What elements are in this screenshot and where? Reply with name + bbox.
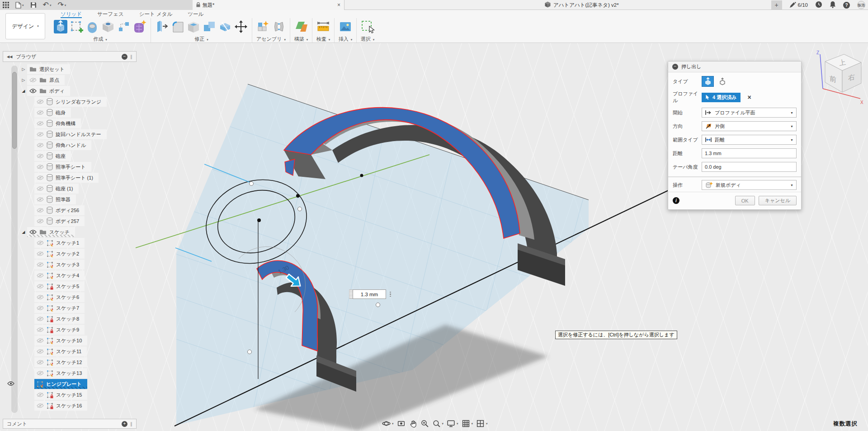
ribbon-tab-3[interactable]: ツール xyxy=(188,11,203,18)
create-form-button[interactable] xyxy=(132,19,147,34)
browser-item-folder[interactable]: ◢スケッチ xyxy=(3,227,137,237)
collapse-arrow-icon[interactable]: ◢ xyxy=(20,89,27,93)
browser-item-pill[interactable]: 仰角機構 xyxy=(34,118,81,128)
redo-button[interactable]: ↷▾ xyxy=(57,1,66,9)
visibility-eye-icon[interactable] xyxy=(37,186,44,191)
visibility-eye-icon[interactable] xyxy=(37,143,44,147)
browser-item-pill[interactable]: シリンダ右フランジ xyxy=(34,97,107,107)
shell-button[interactable] xyxy=(186,19,201,34)
visibility-eye-icon[interactable] xyxy=(37,251,44,256)
grid-snap-button[interactable]: ▾ xyxy=(462,419,473,428)
browser-item-sketch[interactable]: スケッチ12 xyxy=(3,357,137,368)
visibility-eye-icon[interactable] xyxy=(37,262,44,267)
browser-item-folder[interactable]: ◢ボディ xyxy=(3,85,137,96)
new-document-button[interactable]: + xyxy=(771,0,782,9)
browser-item-body[interactable]: 旋回ハンドルステー xyxy=(3,129,137,140)
browser-item-sketch[interactable]: スケッチ5 xyxy=(3,281,137,292)
visibility-eye-icon[interactable] xyxy=(29,89,37,93)
type-thin-extrude-button[interactable] xyxy=(716,76,728,87)
expand-arrow-icon[interactable]: ▷ xyxy=(20,67,27,71)
expand-arrow-icon[interactable]: ▷ xyxy=(20,78,27,82)
browser-item-pill[interactable]: スケッチ7 xyxy=(34,303,85,313)
visibility-eye-icon[interactable] xyxy=(37,393,44,397)
browser-item-pill[interactable]: 仰角ハンドル xyxy=(34,140,91,150)
clear-selection-icon[interactable]: × xyxy=(747,94,751,101)
browser-item-body[interactable]: シリンダ右フランジ xyxy=(3,96,137,107)
zoom-button[interactable] xyxy=(420,419,429,428)
info-icon[interactable]: i xyxy=(673,197,679,204)
start-dropdown[interactable]: プロファイル平面 ▼ xyxy=(702,108,797,118)
extrude-button[interactable] xyxy=(53,19,68,34)
browser-item-pill[interactable]: スケッチ15 xyxy=(34,390,87,400)
browser-item-pill[interactable]: スケッチ11 xyxy=(34,346,87,356)
browser-item-pill[interactable]: スケッチ12 xyxy=(34,357,87,367)
move-copy-button[interactable] xyxy=(234,19,248,34)
visibility-eye-icon[interactable] xyxy=(37,197,44,202)
browser-item-body[interactable]: 砲座 (1) xyxy=(3,183,137,194)
ribbon-tab-2[interactable]: シート メタル xyxy=(139,11,173,18)
joint-button[interactable] xyxy=(272,19,286,34)
browser-item-sketch[interactable]: スケッチ1 xyxy=(3,237,137,248)
app-grid-icon[interactable] xyxy=(3,2,9,8)
visibility-eye-icon[interactable] xyxy=(37,360,44,365)
visibility-eye-icon[interactable] xyxy=(37,338,44,343)
dimension-spinner[interactable] xyxy=(349,289,353,299)
browser-item-body[interactable]: 仰角ハンドル xyxy=(3,140,137,151)
visibility-eye-icon[interactable] xyxy=(37,403,44,408)
browser-item-pill[interactable]: スケッチ1 xyxy=(34,238,85,248)
profile-selection-chip[interactable]: 4 選択済み xyxy=(702,93,741,102)
pattern-button[interactable] xyxy=(117,19,131,34)
browser-item-pill[interactable]: スケッチ2 xyxy=(34,249,85,259)
collapse-dialog-icon[interactable]: − xyxy=(672,64,678,70)
browser-item-pill[interactable]: スケッチ xyxy=(27,227,75,237)
browser-item-pill[interactable]: 砲身 xyxy=(34,108,71,118)
visibility-eye-icon[interactable] xyxy=(37,371,44,375)
visibility-eye-icon[interactable] xyxy=(37,99,44,104)
browser-item-sketch[interactable]: スケッチ6 xyxy=(3,292,137,303)
save-button[interactable] xyxy=(30,2,37,8)
group-label-insert[interactable]: 挿入 ▾ xyxy=(339,36,353,43)
browser-item-sketch[interactable]: スケッチ2 xyxy=(3,248,137,259)
measure-button[interactable] xyxy=(316,19,330,34)
browser-item-body[interactable]: 照準手シート xyxy=(3,161,137,172)
browser-item-pill[interactable]: 照準手シート (1) xyxy=(34,173,99,183)
hole-button[interactable] xyxy=(101,19,115,34)
browser-item-pill[interactable]: 砲座 (1) xyxy=(34,184,79,194)
dialog-header[interactable]: − 押し出し xyxy=(668,62,801,72)
browser-item-pill[interactable]: 旋回ハンドルステー xyxy=(34,129,107,139)
browser-item-pill[interactable]: スケッチ6 xyxy=(34,292,85,302)
undo-button[interactable]: ↶▾ xyxy=(43,1,52,9)
group-label-select[interactable]: 選択 ▾ xyxy=(361,36,375,43)
visibility-eye-icon[interactable] xyxy=(37,110,44,115)
browser-item-sketch[interactable]: スケッチ11 xyxy=(3,346,137,357)
distance-input[interactable]: 1.3 mm xyxy=(702,148,797,158)
browser-item-pill[interactable]: スケッチ4 xyxy=(34,270,85,280)
browser-item-body[interactable]: ボディ257 xyxy=(3,216,137,227)
type-solid-extrude-button[interactable] xyxy=(702,76,714,87)
browser-item-pill[interactable]: 照準器 xyxy=(34,194,76,204)
display-settings-button[interactable]: ▾ xyxy=(447,419,458,428)
orbit-button[interactable]: ▾ xyxy=(382,419,394,428)
visibility-eye-icon[interactable] xyxy=(37,284,44,289)
new-component-button[interactable] xyxy=(256,19,270,34)
help-button[interactable]: ? xyxy=(843,2,850,9)
visibility-eye-icon[interactable] xyxy=(37,219,44,223)
notifications-bell-icon[interactable] xyxy=(830,1,836,9)
browser-item-folder[interactable]: ▷原点 xyxy=(3,75,137,85)
clock-icon[interactable] xyxy=(815,1,822,9)
revolve-button[interactable] xyxy=(85,19,99,34)
browser-item-pill[interactable]: 選択セット xyxy=(27,64,70,74)
dimension-input[interactable]: 1.3 mm xyxy=(353,289,386,299)
browser-item-sketch[interactable]: スケッチ13 xyxy=(3,368,137,379)
browser-item-pill[interactable]: 砲座 xyxy=(34,151,71,161)
dimension-drag-handle-icon[interactable] xyxy=(390,292,391,297)
file-menu-button[interactable]: ▾ xyxy=(15,2,24,9)
operation-dropdown[interactable]: 新規ボディ ▼ xyxy=(702,180,797,190)
insert-image-button[interactable] xyxy=(338,19,353,34)
fit-button[interactable]: ▾ xyxy=(432,419,444,428)
split-body-button[interactable] xyxy=(218,19,232,34)
press-pull-button[interactable] xyxy=(155,19,169,34)
visibility-eye-icon[interactable] xyxy=(37,165,44,169)
comment-bar[interactable]: コメント + ∥ xyxy=(3,419,137,429)
browser-item-pill[interactable]: ヒンジプレート xyxy=(34,379,87,389)
